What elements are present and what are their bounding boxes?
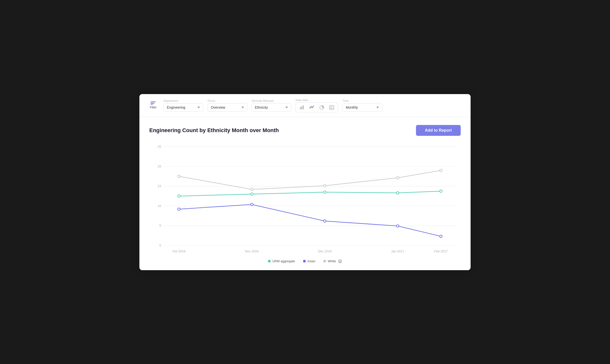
diversity-measure-arrow-icon [285, 107, 288, 108]
svg-text:0: 0 [159, 243, 161, 247]
svg-text:Feb 2017: Feb 2017 [434, 249, 448, 253]
chart-container: 25 20 15 10 5 0 Oct 2016 Nov 2016 Dec 20… [149, 142, 461, 255]
svg-rect-2 [303, 105, 304, 109]
chart-legend: URM aggregate Asian White ? [149, 259, 461, 263]
department-arrow-icon [197, 107, 200, 108]
legend-label-white: White [328, 259, 336, 263]
diversity-measure-group: Diversity Measure Ethnicity [252, 99, 291, 112]
line-chart-icon[interactable] [308, 104, 316, 111]
data-view-icons [296, 102, 338, 112]
legend-urm: URM aggregate [268, 259, 295, 263]
svg-text:Jan 2017: Jan 2017 [391, 249, 404, 253]
time-group: Time Monthly [343, 99, 382, 112]
svg-point-36 [251, 203, 253, 206]
svg-rect-0 [300, 107, 301, 109]
legend-asian: Asian [303, 259, 316, 263]
time-select[interactable]: Monthly [343, 103, 382, 112]
svg-point-30 [178, 195, 180, 197]
chart-title: Engineering Count by Ethnicity Month ove… [149, 127, 279, 134]
chart-area: Engineering Count by Ethnicity Month ove… [139, 117, 471, 270]
svg-rect-4 [329, 105, 334, 109]
legend-label-asian: Asian [307, 259, 316, 263]
table-icon[interactable] [328, 104, 335, 111]
filter-label: Filter [150, 106, 157, 109]
chart-header: Engineering Count by Ethnicity Month ove… [149, 125, 461, 136]
main-card: Filter Department Engineering Focus Over… [139, 94, 471, 270]
svg-text:Dec 2016: Dec 2016 [318, 249, 332, 253]
svg-point-26 [251, 188, 253, 191]
data-view-label: Data View [296, 99, 338, 101]
svg-text:Oct 2016: Oct 2016 [173, 249, 186, 253]
department-label: Department [164, 99, 203, 102]
legend-dot-asian [303, 260, 306, 263]
diversity-measure-label: Diversity Measure [252, 99, 291, 102]
bar-chart-icon[interactable] [298, 104, 306, 111]
legend-white: White ? [323, 259, 342, 263]
svg-point-31 [251, 193, 253, 195]
svg-point-33 [396, 192, 399, 194]
filter-block: Filter [147, 101, 159, 109]
svg-text:25: 25 [158, 145, 161, 148]
svg-point-29 [440, 169, 442, 172]
focus-select[interactable]: Overview [208, 103, 247, 112]
svg-text:Nov 2016: Nov 2016 [245, 249, 259, 253]
data-view-group: Data View [296, 99, 338, 112]
diversity-measure-value: Ethnicity [255, 105, 268, 109]
time-value: Monthly [346, 105, 358, 109]
legend-label-urm: URM aggregate [272, 259, 295, 263]
legend-dot-urm [268, 260, 271, 263]
department-select[interactable]: Engineering [164, 103, 203, 112]
svg-point-32 [324, 191, 326, 193]
svg-text:15: 15 [158, 184, 161, 188]
filter-icon [151, 101, 156, 105]
time-arrow-icon [376, 107, 379, 108]
filter-bar: Filter Department Engineering Focus Over… [139, 94, 471, 117]
svg-point-37 [324, 220, 326, 222]
diversity-measure-select[interactable]: Ethnicity [252, 103, 291, 112]
pie-chart-icon[interactable] [318, 104, 326, 111]
add-to-report-button[interactable]: Add to Report [416, 125, 461, 136]
chart-svg: 25 20 15 10 5 0 Oct 2016 Nov 2016 Dec 20… [149, 142, 461, 255]
focus-arrow-icon [241, 107, 244, 108]
svg-point-28 [396, 177, 399, 179]
focus-value: Overview [211, 105, 225, 109]
white-info-icon[interactable]: ? [338, 259, 342, 263]
svg-point-39 [440, 235, 442, 238]
svg-rect-1 [301, 106, 302, 109]
svg-point-38 [396, 225, 399, 227]
svg-text:5: 5 [159, 224, 161, 227]
focus-label: Focus [208, 99, 247, 102]
legend-dot-white [323, 260, 326, 263]
svg-text:10: 10 [158, 204, 161, 208]
svg-point-35 [178, 208, 180, 210]
department-group: Department Engineering [164, 99, 203, 112]
svg-point-34 [440, 190, 442, 192]
focus-group: Focus Overview [208, 99, 247, 112]
svg-point-27 [324, 184, 326, 187]
time-label: Time [343, 99, 382, 102]
svg-text:20: 20 [158, 164, 161, 168]
department-value: Engineering [167, 105, 185, 109]
svg-point-25 [178, 175, 180, 178]
